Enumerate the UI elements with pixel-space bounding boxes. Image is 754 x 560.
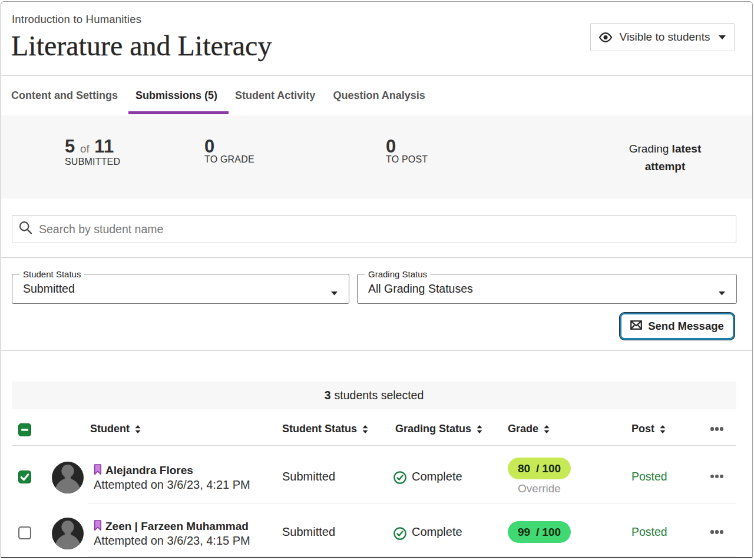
attempt-timestamp: Attempted on 3/6/23, 4:21 PM xyxy=(94,478,250,492)
caret-down-icon xyxy=(719,35,726,39)
student-status-cell: Submitted xyxy=(276,470,389,483)
tab-student-activity[interactable]: Student Activity xyxy=(226,76,324,115)
ellipsis-icon xyxy=(710,530,724,534)
search-section xyxy=(1,198,752,257)
student-cell: Alejandra Flores Attempted on 3/6/23, 4:… xyxy=(41,460,276,492)
tab-content-and-settings[interactable]: Content and Settings xyxy=(2,76,127,115)
avatar[interactable] xyxy=(52,460,84,492)
column-header-grade[interactable]: Grade xyxy=(502,423,614,435)
column-header-grade-label: Grade xyxy=(508,423,538,435)
send-message-label: Send Message xyxy=(648,320,724,333)
grade-value: 99 xyxy=(518,526,530,539)
stat-submitted-label: SUBMITTED xyxy=(65,157,120,167)
grading-note: Grading latest attempt xyxy=(623,140,707,175)
column-header-post[interactable]: Post xyxy=(614,423,702,435)
student-status-value: Submitted xyxy=(23,274,75,303)
student-name[interactable]: Alejandra Flores xyxy=(105,463,193,478)
indeterminate-checkbox-icon xyxy=(18,423,31,436)
row-checkbox-unchecked[interactable] xyxy=(12,526,41,539)
bookmark-icon[interactable] xyxy=(94,465,102,476)
eye-icon xyxy=(599,32,612,42)
grade-cell: 80/100 Override xyxy=(502,458,614,495)
grade-cell: 99/100 xyxy=(502,521,614,543)
student-text: Zeen | Farzeen Muhammad Attempted on 3/6… xyxy=(94,519,250,548)
selected-count-bar: 3 students selected xyxy=(12,382,736,409)
grade-pill[interactable]: 99/100 xyxy=(508,521,571,543)
visibility-label: Visible to students xyxy=(620,31,710,44)
post-status[interactable]: Posted xyxy=(614,525,702,539)
stat-to-grade-label: TO GRADE xyxy=(204,154,254,165)
grade-max: 100 xyxy=(542,462,561,475)
stats-bar: 5 of 11 SUBMITTED 0 TO GRADE 0 TO POST G… xyxy=(1,115,752,198)
sort-icon xyxy=(362,425,368,433)
bookmark-icon[interactable] xyxy=(94,521,102,532)
tab-bar: Content and Settings Submissions (5) Stu… xyxy=(1,76,752,115)
avatar[interactable] xyxy=(52,516,84,548)
grading-status-value: All Grading Statuses xyxy=(368,274,473,303)
page-header: Introduction to Humanities Literature an… xyxy=(1,2,752,75)
student-name[interactable]: Zeen | Farzeen Muhammad xyxy=(105,519,249,534)
complete-icon xyxy=(393,526,406,539)
grade-wrap: 99/100 xyxy=(508,521,571,543)
student-name-line: Alejandra Flores xyxy=(94,463,250,478)
row-checkbox-checked[interactable] xyxy=(12,470,41,483)
grading-status-cell: Complete xyxy=(389,525,502,539)
post-status[interactable]: Posted xyxy=(614,470,702,483)
page-title: Literature and Literacy xyxy=(11,32,272,60)
column-header-student-status[interactable]: Student Status xyxy=(276,423,389,435)
ellipsis-icon xyxy=(710,427,724,431)
column-header-student-status-label: Student Status xyxy=(282,423,357,435)
stat-submitted-of: of xyxy=(80,143,90,155)
grade-wrap: 80/100 Override xyxy=(508,458,571,495)
breadcrumb[interactable]: Introduction to Humanities xyxy=(12,13,141,26)
grading-note-prefix: Grading xyxy=(629,143,672,155)
filters-section: Student Status Submitted Grading Status … xyxy=(1,258,752,350)
complete-icon xyxy=(393,470,406,483)
select-all-checkbox[interactable] xyxy=(12,423,41,436)
grade-pill[interactable]: 80/100 xyxy=(508,458,571,479)
table-header-menu-button[interactable] xyxy=(702,427,736,431)
column-header-grading-status-label: Grading Status xyxy=(395,423,471,435)
sort-icon xyxy=(135,425,141,433)
sort-icon xyxy=(660,425,666,433)
send-message-button[interactable]: Send Message xyxy=(620,313,735,340)
grading-status-select[interactable]: Grading Status All Grading Statuses xyxy=(357,274,737,304)
search-input[interactable] xyxy=(32,216,736,243)
student-name-line: Zeen | Farzeen Muhammad xyxy=(94,519,250,534)
ellipsis-icon xyxy=(710,475,724,479)
grade-override-note: Override xyxy=(518,482,561,495)
column-header-grading-status[interactable]: Grading Status xyxy=(389,423,502,435)
student-status-select[interactable]: Student Status Submitted xyxy=(12,274,349,304)
grading-status-label: Complete xyxy=(412,525,462,539)
table-row: Zeen | Farzeen Muhammad Attempted on 3/6… xyxy=(12,503,736,557)
row-menu-button[interactable] xyxy=(702,475,736,479)
mail-icon xyxy=(630,320,642,333)
grade-separator: / xyxy=(536,462,539,475)
student-status-cell: Submitted xyxy=(276,525,389,539)
row-divider xyxy=(88,556,736,557)
student-cell: Zeen | Farzeen Muhammad Attempted on 3/6… xyxy=(41,516,276,548)
column-header-student[interactable]: Student xyxy=(41,423,276,435)
search-box xyxy=(12,215,736,243)
submissions-table: 3 students selected Student Student Stat… xyxy=(1,351,752,557)
stat-submitted-value: 5 xyxy=(65,136,75,157)
grade-separator: / xyxy=(536,526,539,539)
table-header-row: Student Student Status Grading Status Gr… xyxy=(12,409,736,446)
stat-to-post-label: TO POST xyxy=(386,154,428,165)
caret-down-icon xyxy=(331,287,338,298)
caret-down-icon xyxy=(719,287,725,298)
tab-submissions[interactable]: Submissions (5) xyxy=(127,76,226,115)
grading-status-label: Complete xyxy=(412,470,462,483)
stat-to-grade: 0 TO GRADE xyxy=(204,138,254,165)
visibility-dropdown-button[interactable]: Visible to students xyxy=(590,23,735,51)
checked-checkbox-icon xyxy=(18,470,31,483)
stat-to-post: 0 TO POST xyxy=(386,138,428,165)
sort-icon xyxy=(544,425,550,433)
table-row: Alejandra Flores Attempted on 3/6/23, 4:… xyxy=(12,446,736,503)
tab-question-analysis[interactable]: Question Analysis xyxy=(324,76,434,115)
stat-to-grade-value: 0 xyxy=(204,138,254,155)
stat-submitted: 5 of 11 SUBMITTED xyxy=(65,138,120,167)
row-menu-button[interactable] xyxy=(702,530,736,534)
selected-count: 3 xyxy=(325,389,331,402)
unchecked-checkbox-icon xyxy=(18,526,31,539)
